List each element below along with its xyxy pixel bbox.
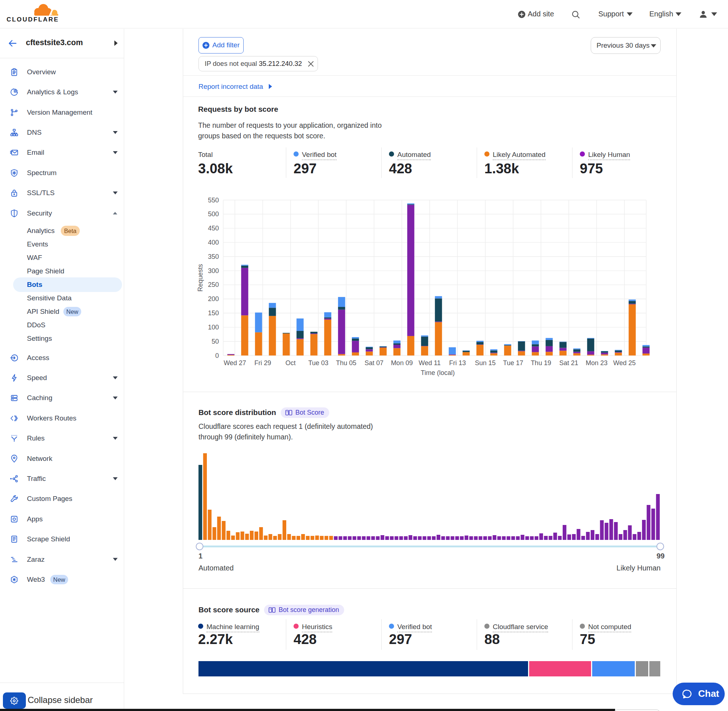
svg-text:550: 550: [208, 196, 219, 204]
svg-text:Sat 21: Sat 21: [560, 359, 578, 367]
svg-text:200: 200: [208, 295, 219, 302]
svg-text:Time (local): Time (local): [421, 369, 455, 376]
svg-text:Sat 07: Sat 07: [365, 359, 384, 367]
svg-text:Tue 03: Tue 03: [309, 359, 328, 367]
svg-text:50: 50: [211, 338, 219, 345]
svg-text:Fri 13: Fri 13: [449, 359, 466, 367]
svg-text:Oct: Oct: [285, 359, 296, 367]
svg-text:250: 250: [208, 281, 219, 288]
svg-text:400: 400: [208, 239, 219, 246]
svg-text:Mon 09: Mon 09: [391, 359, 413, 367]
svg-text:Wed 11: Wed 11: [419, 359, 441, 367]
svg-text:0: 0: [215, 352, 219, 359]
svg-text:Thu 05: Thu 05: [336, 359, 357, 367]
svg-text:350: 350: [208, 253, 219, 260]
svg-text:Fri 29: Fri 29: [254, 359, 271, 367]
svg-text:450: 450: [208, 225, 219, 232]
svg-text:Thu 19: Thu 19: [531, 359, 551, 367]
svg-text:300: 300: [208, 267, 219, 274]
svg-text:150: 150: [208, 310, 219, 317]
svg-text:Wed 27: Wed 27: [224, 359, 246, 367]
svg-text:100: 100: [208, 324, 219, 331]
svg-text:Sun 15: Sun 15: [475, 359, 496, 367]
svg-text:Requests: Requests: [196, 264, 204, 292]
svg-text:Mon 23: Mon 23: [586, 359, 607, 367]
svg-text:Wed 25: Wed 25: [613, 359, 636, 367]
svg-text:500: 500: [208, 210, 219, 218]
svg-text:Tue 17: Tue 17: [503, 359, 523, 367]
